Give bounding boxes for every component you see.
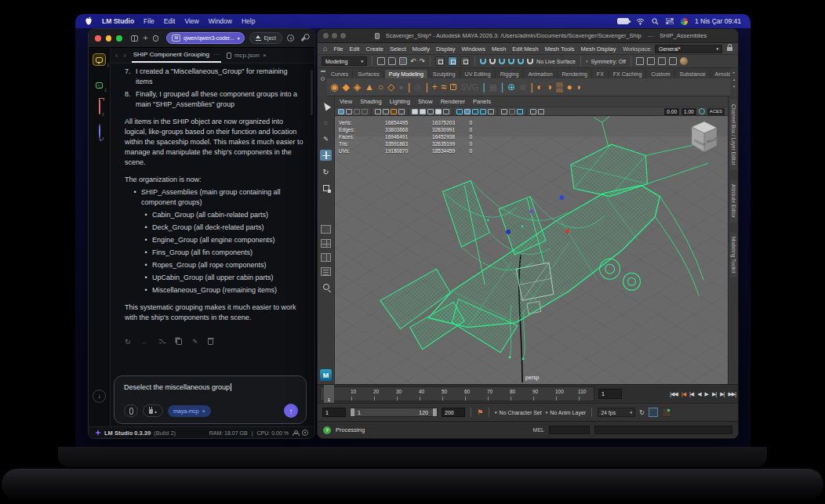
shelf-tool-icon[interactable]: + (432, 82, 438, 92)
colorspace-badge[interactable]: ACES (707, 108, 725, 115)
menubar-item[interactable]: View (184, 17, 198, 25)
menubar-item[interactable]: File (144, 17, 154, 25)
chat-scrollbar[interactable] (311, 70, 313, 115)
loop-icon[interactable]: ↻ (639, 409, 645, 416)
shelf-tool-icon[interactable]: ▒ (556, 82, 563, 92)
viewport-toolbar-icon[interactable] (517, 109, 523, 114)
delete-icon[interactable] (208, 339, 213, 345)
home-icon[interactable]: ⌂ (323, 45, 327, 53)
shelf-tool-icon[interactable]: | (482, 82, 485, 92)
version-label[interactable]: LM Studio 0.3.39 (104, 430, 151, 437)
shelf-tool-icon[interactable]: | (501, 82, 503, 92)
shelf-tool-icon[interactable]: ◗ (576, 82, 582, 92)
menu-set-select[interactable]: Modeling ▾ (322, 56, 367, 66)
viewport-toolbar-icon[interactable] (412, 109, 418, 114)
edit-icon[interactable]: ✎ (192, 338, 198, 346)
spotlight-search-icon[interactable] (652, 18, 659, 25)
menu-item[interactable]: Mesh Tools (545, 45, 575, 53)
redo-icon[interactable]: ↷ (420, 58, 426, 65)
playback-button[interactable]: ▶ (705, 391, 708, 397)
playback-button[interactable]: |◀ (681, 391, 685, 397)
chevron-left-icon[interactable]: ‹ (115, 51, 118, 60)
viewport-toolbar-icon[interactable] (338, 109, 344, 114)
viewport-toolbar-icon[interactable] (509, 109, 515, 114)
bookmark-icon[interactable]: ⚑ (477, 408, 483, 416)
shelf-menu-icon[interactable] (321, 71, 325, 72)
new-scene-icon[interactable] (377, 57, 385, 65)
shelf-tab-surfaces[interactable]: Surfaces (354, 70, 384, 78)
toolbox-icon[interactable] (669, 57, 677, 65)
close-button[interactable] (95, 35, 101, 42)
lock-icon[interactable] (727, 47, 732, 51)
fps-select[interactable]: 24 fps ▾ (598, 408, 635, 417)
panel-menu-item[interactable]: Renderer (441, 98, 465, 105)
viewport-toolbar-icon[interactable] (480, 109, 486, 114)
menubar-app-name[interactable]: LM Studio (102, 17, 134, 25)
animation-prefs-button[interactable] (662, 408, 671, 417)
settings-gear-icon[interactable] (302, 430, 308, 436)
arrow-up-icon[interactable]: ▴ (733, 77, 736, 82)
timeline-ruler[interactable]: 0102030405060708090100110 (320, 386, 594, 401)
menubar-clock[interactable]: 1 Nis Çar 09:41 (695, 17, 741, 25)
range-end-handle[interactable] (433, 408, 437, 416)
panel-menu-item[interactable]: Show (418, 98, 433, 105)
shelf-tab-rendering[interactable]: Rendering (558, 70, 592, 78)
developer-icon[interactable] (287, 34, 294, 42)
attach-button[interactable] (124, 404, 138, 417)
color-management-icon[interactable] (699, 108, 705, 114)
ipr-render-icon[interactable] (647, 57, 655, 65)
panel-tab[interactable]: Attribute Editor (730, 179, 737, 223)
sidebar-item-discover[interactable]: 4 (99, 125, 100, 139)
shelf-tool-icon[interactable]: ◆ (342, 82, 349, 92)
shelf-tool-icon[interactable]: | (426, 82, 428, 92)
menu-item[interactable]: Select (390, 45, 406, 53)
select-tool[interactable] (320, 100, 332, 111)
menubar-item[interactable]: Window (209, 17, 232, 25)
shelf-tab-rigging[interactable]: Rigging (496, 70, 524, 78)
shelf-tab-fx-caching[interactable]: FX Caching (609, 70, 647, 78)
playback-button[interactable]: ▶| (720, 391, 724, 397)
mcp-chip-maya[interactable]: maya-mcp × (168, 405, 211, 417)
viewport-3d-scene[interactable]: persp (335, 116, 728, 384)
anim-layer-select[interactable]: ▾ No Anim Layer (546, 410, 586, 415)
menubar-item[interactable]: Edit (164, 17, 176, 25)
close-button[interactable] (323, 33, 329, 38)
shelf-tool-icon[interactable]: ◈ (354, 82, 361, 92)
chat-input-box[interactable]: Deselect the miscellaneous group ▴ maya-… (114, 375, 307, 424)
zoom-button[interactable] (116, 35, 122, 42)
workspace-select[interactable]: General* ▾ (655, 45, 722, 53)
shelf-tab-animation[interactable]: Animation (524, 70, 557, 78)
wrench-icon[interactable] (300, 34, 307, 42)
chat-input[interactable]: Deselect the miscellaneous group (124, 383, 230, 391)
chat-transcript[interactable]: 7. I created a "Miscellaneous_Group" for… (111, 63, 314, 360)
menu-item[interactable]: Windows (462, 45, 485, 53)
current-frame-field[interactable]: 1 (598, 389, 622, 399)
settings-gear-icon[interactable] (153, 35, 159, 42)
viewport-toolbar-icon[interactable] (346, 109, 352, 114)
render-settings-icon[interactable] (658, 57, 666, 65)
symmetry-label[interactable]: Symmetry: Off (591, 59, 626, 64)
chevron-down-icon[interactable]: ▾ (586, 59, 588, 63)
layout-two-pane-button[interactable] (321, 253, 331, 262)
help-icon[interactable]: ? (323, 426, 331, 434)
viewport-toolbar-icon[interactable] (488, 109, 494, 114)
shelf-tool-icon[interactable]: ◎ (414, 83, 422, 92)
anim-end-field[interactable]: 200 (442, 408, 465, 417)
tab-more-icon[interactable]: ⋯ (213, 51, 220, 58)
panel-menu-item[interactable]: View (340, 98, 352, 105)
scale-tool[interactable] (320, 183, 332, 194)
panel-menu-item[interactable]: Lighting (390, 98, 410, 105)
menubar-app-icon[interactable] (681, 18, 688, 25)
chip-close-icon[interactable]: × (202, 408, 205, 414)
select-object-icon[interactable] (448, 56, 457, 66)
exposure-field[interactable]: 0.00 (664, 108, 679, 115)
viewport-toolbar-icon[interactable] (391, 109, 397, 114)
viewport-toolbar-icon[interactable] (456, 109, 463, 114)
paint-select-tool[interactable]: ✎ (320, 133, 332, 144)
playback-button[interactable]: ▶▶| (728, 391, 736, 397)
character-set-select[interactable]: ▾ No Character Set (495, 410, 542, 415)
menu-item[interactable]: Edit Mesh (512, 45, 538, 53)
shelf-tool-icon[interactable]: ◇ (387, 82, 394, 92)
render-icon[interactable] (636, 57, 644, 65)
shelf-tab-sculpting[interactable]: Sculpting (429, 70, 460, 78)
